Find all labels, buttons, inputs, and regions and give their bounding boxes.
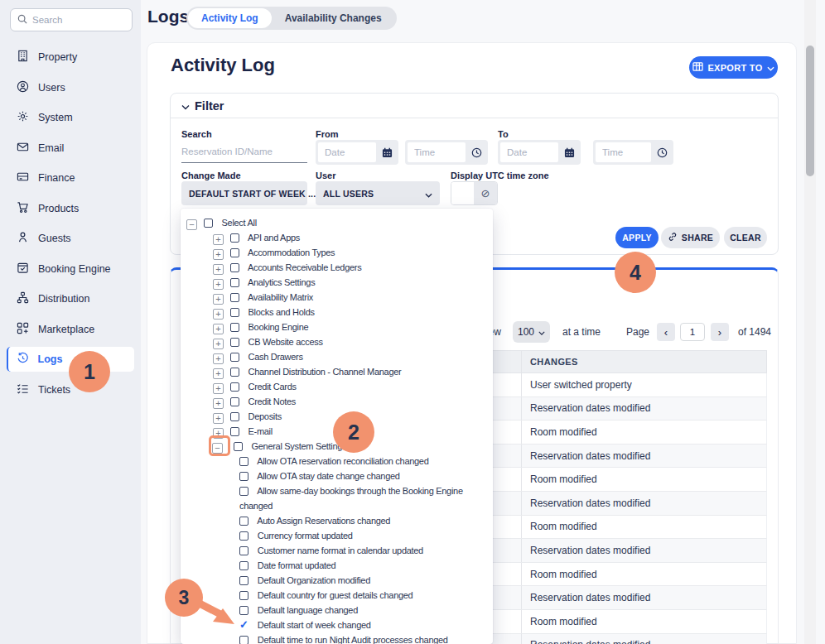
- tree-child-item[interactable]: ✓ Date format updated: [181, 558, 493, 573]
- prev-page-button[interactable]: ‹: [657, 323, 675, 341]
- checkbox[interactable]: [230, 233, 239, 243]
- tree-group-item[interactable]: + Booking Engine: [181, 320, 493, 334]
- tree-group-item[interactable]: + Analytics Settings: [181, 275, 493, 290]
- checkbox[interactable]: [230, 293, 239, 302]
- checkbox[interactable]: [230, 412, 239, 421]
- expand-plus-icon[interactable]: +: [213, 368, 224, 379]
- tree-group-item[interactable]: + CB Website access: [181, 334, 493, 349]
- checkbox[interactable]: [239, 472, 248, 481]
- tree-select-all[interactable]: − Select All: [181, 215, 493, 230]
- tree-child-item[interactable]: ✓ Allow same-day bookings through the Bo…: [181, 483, 493, 513]
- checkbox[interactable]: [230, 427, 239, 436]
- to-time-field[interactable]: [593, 140, 673, 165]
- sidebar-item-property[interactable]: Property: [7, 45, 134, 70]
- collapse-minus-icon[interactable]: −: [186, 219, 197, 230]
- page-size-select[interactable]: 100: [513, 321, 550, 343]
- tab-availability-changes[interactable]: Availability Changes: [272, 8, 395, 28]
- clear-button[interactable]: CLEAR: [724, 227, 767, 248]
- filter-search-input[interactable]: [181, 140, 307, 162]
- tree-group-item[interactable]: + Blocks and Holds: [181, 305, 493, 320]
- checkbox[interactable]: [230, 353, 239, 362]
- filter-search-field[interactable]: [181, 140, 307, 163]
- checkbox[interactable]: [239, 606, 248, 615]
- expand-plus-icon[interactable]: +: [213, 383, 224, 394]
- sidebar-search-input[interactable]: [32, 15, 125, 25]
- checkbox[interactable]: [230, 323, 239, 332]
- apply-button[interactable]: APPLY: [615, 227, 659, 248]
- calendar-icon[interactable]: [558, 147, 581, 158]
- checkbox[interactable]: [239, 576, 248, 585]
- checkbox[interactable]: [239, 517, 248, 526]
- checkbox[interactable]: [230, 248, 239, 257]
- sidebar-item-distribution[interactable]: Distribution: [7, 286, 134, 311]
- expand-plus-icon[interactable]: +: [213, 324, 224, 334]
- tree-child-item[interactable]: ✓ Auto Assign Reservations changed: [181, 513, 493, 528]
- checkbox[interactable]: [239, 591, 248, 600]
- expand-plus-icon[interactable]: +: [213, 234, 224, 245]
- expand-plus-icon[interactable]: +: [213, 264, 224, 275]
- from-time-field[interactable]: [405, 140, 488, 165]
- collapse-minus-icon[interactable]: −: [212, 443, 223, 454]
- checkbox[interactable]: [230, 368, 239, 377]
- expand-plus-icon[interactable]: +: [213, 279, 224, 290]
- tree-child-item[interactable]: ✓ Default Organization modified: [181, 573, 493, 588]
- sidebar-item-marketplace[interactable]: Marketplace: [7, 317, 134, 342]
- sidebar-item-guests[interactable]: Guests: [7, 226, 134, 251]
- tree-group-item[interactable]: + Channel Distribution - Channel Manager: [181, 364, 493, 379]
- checkbox[interactable]: [230, 338, 239, 347]
- checkbox[interactable]: [230, 308, 239, 317]
- expand-plus-icon[interactable]: +: [213, 294, 224, 305]
- to-time-input[interactable]: [596, 142, 651, 162]
- checkbox[interactable]: [239, 546, 248, 555]
- page-number-input[interactable]: [680, 323, 705, 341]
- checkbox[interactable]: [239, 531, 248, 541]
- expand-plus-icon[interactable]: +: [213, 309, 224, 320]
- to-date-input[interactable]: [500, 142, 558, 162]
- from-time-input[interactable]: [408, 142, 466, 162]
- expand-plus-icon[interactable]: +: [213, 413, 224, 424]
- next-page-button[interactable]: ›: [711, 323, 729, 341]
- sidebar-item-email[interactable]: Email: [7, 136, 134, 161]
- tree-group-item[interactable]: + Availability Matrix: [181, 290, 493, 305]
- checkbox[interactable]: [234, 442, 243, 451]
- expand-plus-icon[interactable]: +: [213, 339, 224, 349]
- sidebar-item-users[interactable]: Users: [7, 75, 134, 100]
- to-date-field[interactable]: [498, 140, 581, 165]
- utc-toggle-input[interactable]: [451, 182, 474, 204]
- tree-child-item[interactable]: ✓ Currency format updated: [181, 528, 493, 543]
- scrollbar-track[interactable]: [804, 0, 816, 644]
- scrollbar-thumb[interactable]: [806, 46, 814, 176]
- sidebar-item-products[interactable]: Products: [7, 196, 134, 221]
- checkbox[interactable]: [239, 636, 248, 644]
- tab-activity-log[interactable]: Activity Log: [188, 8, 272, 28]
- utc-toggle[interactable]: ⊘: [451, 181, 498, 205]
- from-date-input[interactable]: [318, 142, 376, 162]
- checkbox[interactable]: [239, 487, 248, 496]
- tree-group-item[interactable]: + API and Apps: [181, 230, 493, 245]
- tree-group-item[interactable]: + Credit Notes: [181, 394, 493, 409]
- export-to-button[interactable]: EXPORT TO: [689, 56, 778, 79]
- change-made-select[interactable]: DEFAULT START OF WEEK ...: [181, 181, 307, 205]
- tree-child-item[interactable]: ✓ Default time to run Night Audit proces…: [181, 632, 493, 644]
- tree-group-item[interactable]: + Accommodation Types: [181, 245, 493, 260]
- expand-plus-icon[interactable]: +: [213, 353, 224, 364]
- tree-child-item[interactable]: ✓ Customer name format in calendar updat…: [181, 543, 493, 558]
- share-button[interactable]: SHARE: [661, 227, 720, 248]
- sidebar-search[interactable]: [10, 8, 133, 31]
- clock-icon[interactable]: [651, 147, 673, 158]
- tree-child-item[interactable]: ✓ Allow OTA stay date change changed: [181, 469, 493, 483]
- clock-icon[interactable]: [466, 147, 488, 158]
- checkbox[interactable]: [204, 219, 213, 228]
- sidebar-item-booking-engine[interactable]: Booking Engine: [7, 257, 134, 281]
- tree-group-item[interactable]: + Credit Cards: [181, 379, 493, 394]
- checkbox[interactable]: [230, 263, 239, 272]
- checkbox[interactable]: [230, 397, 239, 406]
- from-date-field[interactable]: [316, 140, 398, 165]
- filter-header[interactable]: Filter: [171, 94, 778, 118]
- user-select[interactable]: ALL USERS: [316, 181, 440, 205]
- checkbox[interactable]: [230, 278, 239, 287]
- checkbox[interactable]: [230, 382, 239, 392]
- calendar-icon[interactable]: [376, 147, 398, 158]
- sidebar-item-finance[interactable]: Finance: [7, 166, 134, 190]
- expand-plus-icon[interactable]: +: [213, 249, 224, 260]
